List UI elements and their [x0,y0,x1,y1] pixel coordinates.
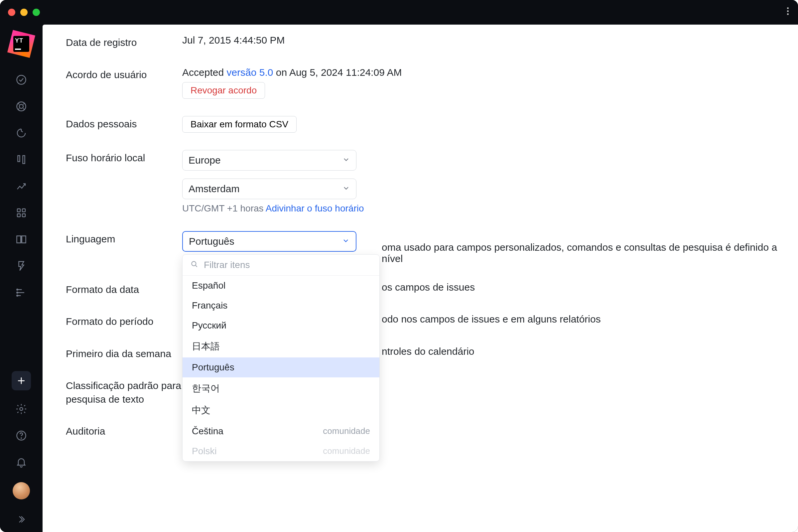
timezone-region-select[interactable]: Europe [182,150,357,171]
sidebar-help-icon[interactable] [9,424,33,448]
sidebar-reports-icon[interactable] [9,174,33,198]
svg-rect-6 [22,209,25,212]
app-window: YT Data de registro Jul 7, [0,0,798,532]
language-option[interactable]: Русский [183,316,379,336]
sidebar-gantt-icon[interactable] [9,281,33,305]
language-dropdown: EspañolFrançaisРусский日本語Português한국어中文Č… [182,254,380,461]
svg-rect-8 [22,214,25,217]
search-icon [190,259,198,271]
dropdown-filter-input[interactable] [204,260,372,270]
timezone-hint: UTC/GMT +1 horas Adivinhar o fuso horári… [182,203,798,214]
svg-rect-7 [17,214,20,217]
close-window-button[interactable] [8,8,15,16]
language-option[interactable]: 日本語 [183,336,379,358]
first-day-label: Primeiro dia da semana [66,346,182,361]
chevron-down-icon [342,236,350,247]
logo-text: YT [15,37,27,44]
registration-date-label: Data de registro [66,35,182,50]
sidebar-lifebuoy-icon[interactable] [9,94,33,118]
maximize-window-button[interactable] [33,8,40,16]
language-option[interactable]: Češtinacomunidade [183,421,379,441]
language-label: Linguagem [66,231,182,246]
svg-point-0 [17,75,26,84]
svg-point-2 [19,104,23,108]
minimize-window-button[interactable] [20,8,27,16]
user-agreement-label: Acordo de usuário [66,67,182,82]
sidebar-notifications-icon[interactable] [9,450,33,474]
chevron-down-icon [342,155,350,166]
window-controls [8,8,40,16]
language-select[interactable]: Português [182,231,357,252]
svg-point-15 [191,261,196,266]
main-content: Data de registro Jul 7, 2015 4:44:50 PM … [42,25,798,532]
guess-timezone-link[interactable]: Adivinhar o fuso horário [266,203,364,213]
period-format-label: Formato do período [66,314,182,328]
sidebar-board-icon[interactable] [9,148,33,172]
chevron-down-icon [342,183,350,194]
timezone-label: Fuso horário local [66,150,182,165]
sidebar-knowledge-icon[interactable] [9,227,33,251]
language-description-tail: oma usado para campos personalizados, co… [382,242,798,264]
language-option[interactable]: 한국어 [183,377,379,399]
sidebar: YT [0,25,42,532]
period-format-description-tail: odo nos campos de issues e em alguns rel… [382,314,798,325]
agreement-version-link[interactable]: versão 5.0 [226,67,273,78]
first-day-description-tail: ntroles do calendário [382,346,798,357]
language-option[interactable]: Español [183,276,379,296]
svg-point-14 [21,438,22,439]
audit-label: Auditoria [66,423,182,438]
language-option[interactable]: Português [183,358,379,377]
create-button[interactable] [12,371,31,391]
registration-date-value: Jul 7, 2015 4:44:50 PM [182,35,798,46]
sidebar-settings-icon[interactable] [9,397,33,421]
sidebar-sprints-icon[interactable] [9,121,33,145]
language-option[interactable]: 中文 [183,399,379,421]
dropdown-filter [183,255,379,276]
svg-point-12 [20,407,23,411]
personal-data-label: Dados pessoais [66,116,182,131]
default-sort-label: Classificação padrão para pesquisa de te… [66,378,182,406]
sidebar-tasks-icon[interactable] [9,68,33,92]
sidebar-collapse-icon[interactable] [9,507,33,531]
svg-rect-5 [17,209,20,212]
sidebar-timesheets-icon[interactable] [9,254,33,278]
user-avatar[interactable] [13,482,30,499]
language-option[interactable]: Polskicomunidade [183,441,379,461]
language-option[interactable]: Français [183,296,379,316]
svg-rect-4 [23,156,25,164]
sidebar-apps-icon[interactable] [9,201,33,225]
titlebar [0,0,798,25]
date-format-description-tail: os campos de issues [382,282,798,293]
download-csv-button[interactable]: Baixar em formato CSV [182,116,297,133]
app-logo[interactable]: YT [7,30,35,58]
timezone-city-select[interactable]: Amsterdam [182,178,357,199]
date-format-label: Formato da data [66,282,182,297]
user-agreement-value: Accepted versão 5.0 on Aug 5, 2024 11:24… [182,67,798,78]
revoke-agreement-button[interactable]: Revogar acordo [182,82,265,99]
svg-rect-3 [18,156,20,162]
more-menu-button[interactable] [787,7,789,15]
